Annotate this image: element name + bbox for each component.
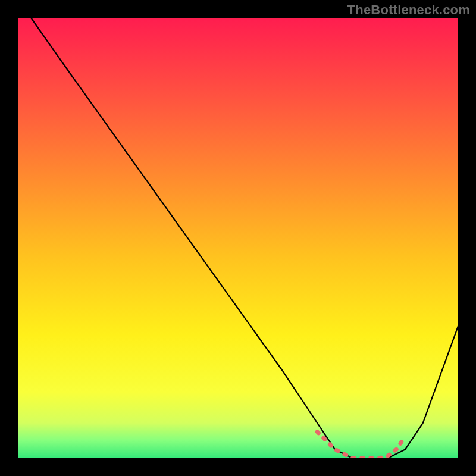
plot-area (18, 18, 458, 458)
chart-container: TheBottleneck.com (0, 0, 476, 476)
watermark-text: TheBottleneck.com (347, 2, 470, 18)
valley-highlight (317, 432, 405, 458)
chart-svg (18, 18, 458, 458)
curve-layer (31, 18, 458, 458)
bottleneck-curve (31, 18, 458, 458)
